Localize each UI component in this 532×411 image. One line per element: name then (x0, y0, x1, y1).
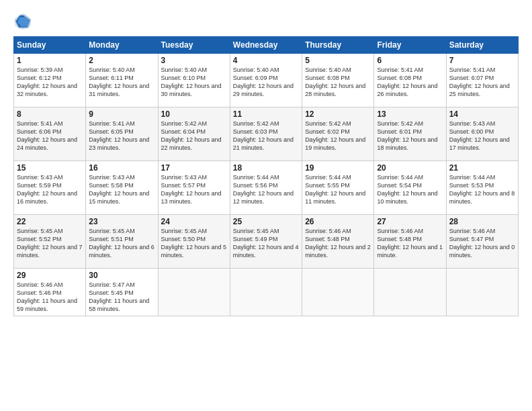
table-cell (374, 269, 446, 316)
table-cell: 26Sunrise: 5:46 AM Sunset: 5:48 PM Dayli… (302, 215, 374, 269)
day-info: Sunrise: 5:42 AM Sunset: 6:02 PM Dayligh… (305, 120, 371, 152)
table-cell: 24Sunrise: 5:45 AM Sunset: 5:50 PM Dayli… (158, 215, 230, 269)
day-info: Sunrise: 5:46 AM Sunset: 5:47 PM Dayligh… (449, 227, 515, 260)
table-cell: 9Sunrise: 5:41 AM Sunset: 6:05 PM Daylig… (86, 107, 158, 161)
table-cell: 14Sunrise: 5:43 AM Sunset: 6:00 PM Dayli… (446, 107, 518, 161)
table-cell: 8Sunrise: 5:41 AM Sunset: 6:06 PM Daylig… (14, 107, 86, 161)
day-number: 24 (161, 217, 227, 226)
day-number: 19 (305, 163, 371, 173)
day-info: Sunrise: 5:39 AM Sunset: 6:12 PM Dayligh… (17, 66, 83, 99)
day-info: Sunrise: 5:44 AM Sunset: 5:54 PM Dayligh… (377, 173, 443, 206)
day-number: 3 (161, 56, 227, 65)
calendar-table: Sunday Monday Tuesday Wednesday Thursday… (13, 36, 519, 316)
day-info: Sunrise: 5:43 AM Sunset: 5:58 PM Dayligh… (89, 173, 154, 206)
table-cell (302, 269, 374, 316)
day-info: Sunrise: 5:46 AM Sunset: 5:48 PM Dayligh… (377, 227, 443, 260)
day-number: 21 (449, 163, 515, 173)
col-tuesday: Tuesday (158, 37, 230, 54)
table-cell: 30Sunrise: 5:47 AM Sunset: 5:45 PM Dayli… (86, 269, 158, 316)
day-info: Sunrise: 5:45 AM Sunset: 5:52 PM Dayligh… (17, 227, 83, 260)
calendar-header-row: Sunday Monday Tuesday Wednesday Thursday… (14, 37, 519, 54)
day-number: 10 (161, 109, 227, 119)
col-wednesday: Wednesday (230, 37, 302, 54)
table-cell: 11Sunrise: 5:42 AM Sunset: 6:03 PM Dayli… (230, 107, 302, 161)
table-cell: 5Sunrise: 5:40 AM Sunset: 6:08 PM Daylig… (302, 54, 374, 107)
day-info: Sunrise: 5:45 AM Sunset: 5:51 PM Dayligh… (89, 227, 154, 260)
table-cell: 7Sunrise: 5:41 AM Sunset: 6:07 PM Daylig… (446, 54, 518, 107)
table-cell: 2Sunrise: 5:40 AM Sunset: 6:11 PM Daylig… (86, 54, 158, 107)
day-number: 1 (17, 56, 83, 65)
col-monday: Monday (86, 37, 158, 54)
table-cell: 29Sunrise: 5:46 AM Sunset: 5:46 PM Dayli… (14, 269, 86, 316)
day-number: 15 (17, 163, 83, 173)
day-info: Sunrise: 5:40 AM Sunset: 6:08 PM Dayligh… (305, 66, 371, 99)
col-sunday: Sunday (14, 37, 86, 54)
table-cell: 10Sunrise: 5:42 AM Sunset: 6:04 PM Dayli… (158, 107, 230, 161)
day-info: Sunrise: 5:40 AM Sunset: 6:09 PM Dayligh… (233, 66, 299, 99)
day-number: 9 (89, 109, 154, 119)
day-info: Sunrise: 5:44 AM Sunset: 5:56 PM Dayligh… (233, 173, 299, 206)
day-number: 14 (449, 109, 515, 119)
day-number: 20 (377, 163, 443, 173)
day-info: Sunrise: 5:41 AM Sunset: 6:07 PM Dayligh… (449, 66, 515, 99)
day-number: 25 (233, 217, 299, 226)
table-cell: 15Sunrise: 5:43 AM Sunset: 5:59 PM Dayli… (14, 161, 86, 215)
day-number: 17 (161, 163, 227, 173)
table-cell: 17Sunrise: 5:43 AM Sunset: 5:57 PM Dayli… (158, 161, 230, 215)
col-saturday: Saturday (446, 37, 518, 54)
day-info: Sunrise: 5:43 AM Sunset: 6:00 PM Dayligh… (449, 120, 515, 152)
table-cell: 16Sunrise: 5:43 AM Sunset: 5:58 PM Dayli… (86, 161, 158, 215)
day-info: Sunrise: 5:44 AM Sunset: 5:55 PM Dayligh… (305, 173, 371, 206)
table-cell: 4Sunrise: 5:40 AM Sunset: 6:09 PM Daylig… (230, 54, 302, 107)
day-info: Sunrise: 5:43 AM Sunset: 5:57 PM Dayligh… (161, 173, 227, 206)
day-number: 7 (449, 56, 515, 65)
day-number: 18 (233, 163, 299, 173)
day-info: Sunrise: 5:40 AM Sunset: 6:10 PM Dayligh… (161, 66, 227, 99)
col-friday: Friday (374, 37, 446, 54)
table-cell: 3Sunrise: 5:40 AM Sunset: 6:10 PM Daylig… (158, 54, 230, 107)
table-cell: 6Sunrise: 5:41 AM Sunset: 6:08 PM Daylig… (374, 54, 446, 107)
table-cell: 19Sunrise: 5:44 AM Sunset: 5:55 PM Dayli… (302, 161, 374, 215)
page: Sunday Monday Tuesday Wednesday Thursday… (0, 0, 532, 411)
day-number: 29 (17, 271, 83, 280)
day-info: Sunrise: 5:46 AM Sunset: 5:46 PM Dayligh… (17, 281, 83, 314)
table-cell: 18Sunrise: 5:44 AM Sunset: 5:56 PM Dayli… (230, 161, 302, 215)
day-info: Sunrise: 5:43 AM Sunset: 5:59 PM Dayligh… (17, 173, 83, 206)
day-info: Sunrise: 5:40 AM Sunset: 6:11 PM Dayligh… (89, 66, 154, 99)
day-info: Sunrise: 5:42 AM Sunset: 6:03 PM Dayligh… (233, 120, 299, 152)
day-number: 16 (89, 163, 154, 173)
table-cell: 20Sunrise: 5:44 AM Sunset: 5:54 PM Dayli… (374, 161, 446, 215)
day-number: 23 (89, 217, 154, 226)
day-number: 13 (377, 109, 443, 119)
table-cell (158, 269, 230, 316)
day-info: Sunrise: 5:45 AM Sunset: 5:50 PM Dayligh… (161, 227, 227, 260)
logo (13, 12, 35, 31)
col-thursday: Thursday (302, 37, 374, 54)
header (13, 12, 519, 31)
day-number: 30 (89, 271, 154, 280)
table-cell: 23Sunrise: 5:45 AM Sunset: 5:51 PM Dayli… (86, 215, 158, 269)
day-number: 5 (305, 56, 371, 65)
day-number: 26 (305, 217, 371, 226)
day-info: Sunrise: 5:44 AM Sunset: 5:53 PM Dayligh… (449, 173, 515, 206)
day-number: 8 (17, 109, 83, 119)
table-cell (446, 269, 518, 316)
day-info: Sunrise: 5:42 AM Sunset: 6:01 PM Dayligh… (377, 120, 443, 152)
day-number: 6 (377, 56, 443, 65)
day-number: 2 (89, 56, 154, 65)
day-info: Sunrise: 5:41 AM Sunset: 6:05 PM Dayligh… (89, 120, 154, 152)
day-info: Sunrise: 5:42 AM Sunset: 6:04 PM Dayligh… (161, 120, 227, 152)
day-number: 22 (17, 217, 83, 226)
table-cell: 12Sunrise: 5:42 AM Sunset: 6:02 PM Dayli… (302, 107, 374, 161)
day-number: 11 (233, 109, 299, 119)
table-cell (230, 269, 302, 316)
day-info: Sunrise: 5:41 AM Sunset: 6:08 PM Dayligh… (377, 66, 443, 99)
logo-icon (13, 12, 32, 31)
table-cell: 22Sunrise: 5:45 AM Sunset: 5:52 PM Dayli… (14, 215, 86, 269)
day-number: 28 (449, 217, 515, 226)
table-cell: 25Sunrise: 5:45 AM Sunset: 5:49 PM Dayli… (230, 215, 302, 269)
table-cell: 21Sunrise: 5:44 AM Sunset: 5:53 PM Dayli… (446, 161, 518, 215)
day-number: 12 (305, 109, 371, 119)
table-cell: 1Sunrise: 5:39 AM Sunset: 6:12 PM Daylig… (14, 54, 86, 107)
day-info: Sunrise: 5:46 AM Sunset: 5:48 PM Dayligh… (305, 227, 371, 260)
